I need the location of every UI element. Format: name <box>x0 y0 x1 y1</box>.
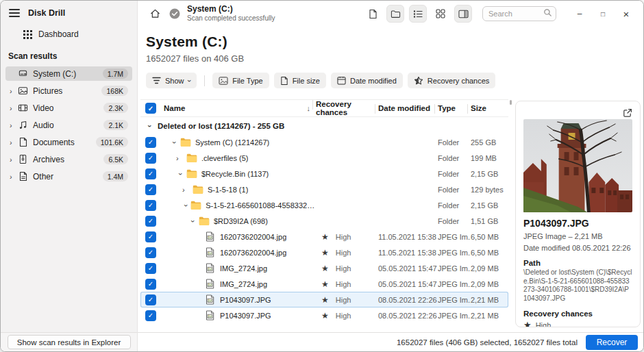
star-icon: ★ <box>321 295 329 305</box>
sort-descending-icon[interactable]: ↓ <box>307 104 311 112</box>
hamburger-menu-icon[interactable] <box>9 9 20 17</box>
preview-panel-icon[interactable] <box>454 5 472 23</box>
sidebar-item-video[interactable]: ›Video2.3K <box>5 101 132 115</box>
recovery-value: High <box>336 296 351 304</box>
minimize-button[interactable]: – <box>568 5 591 23</box>
chevron-right-icon[interactable]: › <box>8 87 18 95</box>
folder-icon <box>192 185 203 194</box>
file-type-filter-button[interactable]: File Type <box>212 73 269 88</box>
table-row[interactable]: ✓IMG_2724.jpg★High05.05.2021 15:47JPEG I… <box>140 260 508 276</box>
audio-icon <box>18 120 28 130</box>
recovery-value: High <box>336 312 351 320</box>
chevron-down-icon[interactable]: › <box>177 173 185 175</box>
show-filter-button[interactable]: Show › <box>146 73 197 88</box>
chevron-right-icon[interactable]: › <box>8 138 18 147</box>
row-checkbox[interactable]: ✓ <box>145 137 156 148</box>
type-cell: Folder <box>438 170 471 178</box>
row-checkbox[interactable]: ✓ <box>145 279 156 290</box>
titlebar: System (C:) Scan completed successfully <box>138 1 643 27</box>
column-date-modified[interactable]: Date modified <box>378 104 438 112</box>
list-view-icon[interactable] <box>409 5 427 23</box>
open-external-icon[interactable] <box>623 108 632 118</box>
type-cell: JPEG Im... <box>438 296 471 304</box>
star-icon: ★ <box>321 264 329 273</box>
column-size[interactable]: Size <box>471 104 508 112</box>
close-button[interactable]: × <box>615 5 638 23</box>
table-row[interactable]: ✓1620736202004.jpg★High11.05.2021 15:38J… <box>140 229 508 244</box>
size-cell: 2,21 MB <box>471 296 508 304</box>
table-body: ✓›System (C) (1214267)Folder255 GB✓›.cle… <box>140 134 508 323</box>
maximize-button[interactable]: □ <box>591 5 615 23</box>
row-checkbox[interactable]: ✓ <box>145 184 156 195</box>
chevron-right-icon[interactable]: › <box>8 173 18 181</box>
home-icon[interactable] <box>146 5 164 23</box>
row-checkbox[interactable]: ✓ <box>145 153 156 164</box>
type-cell: Folder <box>438 217 471 225</box>
table-row[interactable]: ✓IMG_2724.jpg★High05.05.2021 15:47JPEG I… <box>140 276 508 292</box>
table-row[interactable]: ✓1620736202004.jpg★High11.05.2021 15:38J… <box>140 244 508 260</box>
row-checkbox[interactable]: ✓ <box>145 294 156 305</box>
row-checkbox[interactable]: ✓ <box>145 310 156 321</box>
recovery-chances-filter-label: Recovery chances <box>428 77 490 85</box>
column-name[interactable]: Name ↓ <box>164 104 316 112</box>
column-recovery-chances[interactable]: Recovery chances <box>316 100 378 116</box>
chevron-down-icon[interactable]: › <box>171 141 179 144</box>
table-row[interactable]: ✓›S-1-5-18 (1)Folder129 bytes <box>140 181 508 197</box>
window-controls: – □ × <box>568 5 638 23</box>
row-checkbox[interactable]: ✓ <box>145 168 156 179</box>
chevron-right-icon[interactable]: › <box>8 121 18 129</box>
recovery-cell: ★High <box>316 311 378 320</box>
sidebar-item-documents[interactable]: ›Documents101.6K <box>5 135 132 149</box>
row-checkbox[interactable]: ✓ <box>145 247 156 258</box>
row-checkbox[interactable]: ✓ <box>145 216 156 227</box>
group-header-deleted-or-lost[interactable]: › Deleted or lost (1214267) - 255 GB <box>140 117 508 134</box>
count-badge: 2.3K <box>103 103 128 113</box>
date-modified-filter-button[interactable]: Date modified <box>331 73 403 88</box>
sidebar-item-pictures[interactable]: ›Pictures168K <box>5 84 132 98</box>
row-checkbox[interactable]: ✓ <box>145 200 156 211</box>
recover-button[interactable]: Recover <box>586 335 638 350</box>
grid-view-icon[interactable] <box>432 5 449 23</box>
chevron-right-icon[interactable]: › <box>8 155 18 164</box>
chevron-right-icon[interactable]: › <box>182 186 192 194</box>
chevron-down-icon[interactable]: › <box>189 220 197 223</box>
chevron-right-icon[interactable]: › <box>176 154 186 162</box>
sidebar-item-archives[interactable]: ›Archives6.5K <box>5 152 132 166</box>
row-checkbox[interactable]: ✓ <box>145 231 156 242</box>
preview-path: \Deleted or lost\System (C)\$Recycle.Bin… <box>523 268 632 303</box>
sidebar-item-system-c[interactable]: System (C:)1.7M <box>5 66 132 81</box>
star-icon: ★ <box>321 279 329 289</box>
sidebar-brand: Disk Drill <box>1 1 137 23</box>
new-file-icon[interactable] <box>364 5 382 23</box>
count-badge: 1.7M <box>103 68 128 79</box>
folder-icon <box>179 138 191 147</box>
table-row[interactable]: ✓›$Recycle.Bin (1137)Folder2,15 GB <box>140 166 508 181</box>
show-in-explorer-button[interactable]: Show scan results in Explorer <box>8 335 131 349</box>
chevron-right-icon[interactable]: › <box>8 104 18 112</box>
table-row[interactable]: ✓P1043097.JPG★High08.05.2021 22:26JPEG I… <box>140 307 508 323</box>
column-type[interactable]: Type <box>438 104 471 112</box>
table-row[interactable]: ✓›System (C) (1214267)Folder255 GB <box>140 134 508 150</box>
open-folder-icon[interactable] <box>386 5 404 23</box>
count-badge: 6.5K <box>103 154 128 164</box>
table-row[interactable]: ✓›.cleverfiles (5)Folder199 MB <box>140 150 508 166</box>
chevron-down-icon[interactable]: › <box>182 204 190 207</box>
size-cell: 2,09 MB <box>471 280 508 288</box>
date-modified-filter-label: Date modified <box>350 77 397 85</box>
file-size-filter-button[interactable]: File size <box>274 73 326 88</box>
row-checkbox[interactable]: ✓ <box>145 263 156 274</box>
table-row[interactable]: ✓P1043097.JPG★High08.05.2021 22:26JPEG I… <box>140 292 508 307</box>
table-row[interactable]: ✓›S-1-5-21-665601088-455833273-34...Fold… <box>140 197 508 213</box>
preview-image[interactable] <box>523 119 632 212</box>
scrollbar-thumb[interactable] <box>510 100 512 105</box>
size-cell: 6,50 MB <box>471 249 508 257</box>
sidebar-item-label: Pictures <box>33 86 101 96</box>
table-row[interactable]: ✓›$RD39I2A (698)Folder1,51 GB <box>140 213 508 229</box>
app-title: Disk Drill <box>28 8 65 18</box>
sidebar-item-dashboard[interactable]: Dashboard <box>1 23 137 45</box>
sidebar-item-audio[interactable]: ›Audio2.1K <box>5 118 132 132</box>
sidebar-item-other[interactable]: ›Other1.4M <box>5 169 132 184</box>
scan-complete-check-icon <box>169 8 180 19</box>
select-all-checkbox[interactable]: ✓ <box>145 103 156 114</box>
recovery-chances-filter-button[interactable]: Recovery chances <box>408 73 496 88</box>
